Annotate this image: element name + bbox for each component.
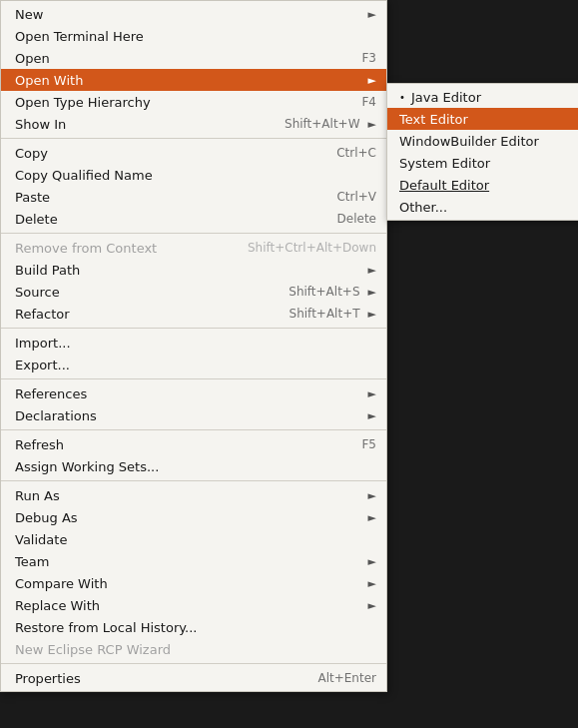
arrow-icon: ► <box>368 577 376 590</box>
menu-item-export[interactable]: Export... <box>1 354 386 375</box>
arrow-icon: ► <box>368 74 376 87</box>
submenu-item-other[interactable]: Other... <box>387 196 578 218</box>
arrow-icon: ► <box>368 308 376 321</box>
separator <box>1 663 386 664</box>
menu-item-refactor[interactable]: Refactor Shift+Alt+T ► <box>1 303 386 325</box>
menu-item-import[interactable]: Import... <box>1 332 386 354</box>
bullet-icon: • <box>399 92 405 103</box>
arrow-icon: ► <box>368 511 376 524</box>
arrow-icon: ► <box>368 387 376 400</box>
separator <box>1 480 386 481</box>
separator <box>1 378 386 379</box>
separator <box>1 138 386 139</box>
menu-item-restore-local[interactable]: Restore from Local History... <box>1 616 386 638</box>
menu-item-declarations[interactable]: Declarations ► <box>1 404 386 426</box>
menu-item-delete[interactable]: Delete Delete <box>1 208 386 230</box>
menu-item-refresh[interactable]: Refresh F5 <box>1 433 386 455</box>
arrow-icon: ► <box>368 409 376 422</box>
menu-item-open-terminal[interactable]: Open Terminal Here <box>1 25 386 47</box>
menu-item-source[interactable]: Source Shift+Alt+S ► <box>1 281 386 303</box>
submenu-open-with: • Java Editor Text Editor WindowBuilder … <box>386 83 578 221</box>
menu-item-copy[interactable]: Copy Ctrl+C <box>1 142 386 164</box>
menu-item-paste[interactable]: Paste Ctrl+V <box>1 186 386 208</box>
menu-item-show-in[interactable]: Show In Shift+Alt+W ► <box>1 113 386 135</box>
menu-item-new[interactable]: New ► <box>1 3 386 25</box>
arrow-icon: ► <box>368 286 376 299</box>
submenu-item-java-editor[interactable]: • Java Editor <box>387 86 578 108</box>
arrow-icon: ► <box>368 118 376 131</box>
menu-item-validate[interactable]: Validate <box>1 528 386 550</box>
menu-item-build-path[interactable]: Build Path ► <box>1 259 386 281</box>
menu-item-open-type-hierarchy[interactable]: Open Type Hierarchy F4 <box>1 91 386 113</box>
arrow-icon: ► <box>368 8 376 21</box>
menu-item-remove-from-context: Remove from Context Shift+Ctrl+Alt+Down <box>1 237 386 259</box>
menu-item-replace-with[interactable]: Replace With ► <box>1 594 386 616</box>
menu-item-open[interactable]: Open F3 <box>1 47 386 69</box>
menu-item-open-with[interactable]: Open With ► <box>1 69 386 91</box>
arrow-icon: ► <box>368 489 376 502</box>
arrow-icon: ► <box>368 555 376 568</box>
menu-item-run-as[interactable]: Run As ► <box>1 484 386 506</box>
menu-item-debug-as[interactable]: Debug As ► <box>1 506 386 528</box>
separator <box>1 328 386 329</box>
submenu-item-system-editor[interactable]: System Editor <box>387 152 578 174</box>
arrow-icon: ► <box>368 264 376 277</box>
menu-item-copy-qualified[interactable]: Copy Qualified Name <box>1 164 386 186</box>
separator <box>1 233 386 234</box>
context-menu: New ► Open Terminal Here Open F3 Open Wi… <box>0 0 387 692</box>
arrow-icon: ► <box>368 599 376 612</box>
menu-item-new-eclipse: New Eclipse RCP Wizard <box>1 638 386 660</box>
submenu-item-windowbuilder-editor[interactable]: WindowBuilder Editor <box>387 130 578 152</box>
menu-item-references[interactable]: References ► <box>1 382 386 404</box>
menu-item-team[interactable]: Team ► <box>1 550 386 572</box>
submenu-item-default-editor[interactable]: Default Editor <box>387 174 578 196</box>
menu-item-properties[interactable]: Properties Alt+Enter <box>1 667 386 689</box>
menu-item-assign-working-sets[interactable]: Assign Working Sets... <box>1 455 386 477</box>
separator <box>1 429 386 430</box>
submenu-item-text-editor[interactable]: Text Editor <box>387 108 578 130</box>
menu-item-compare-with[interactable]: Compare With ► <box>1 572 386 594</box>
